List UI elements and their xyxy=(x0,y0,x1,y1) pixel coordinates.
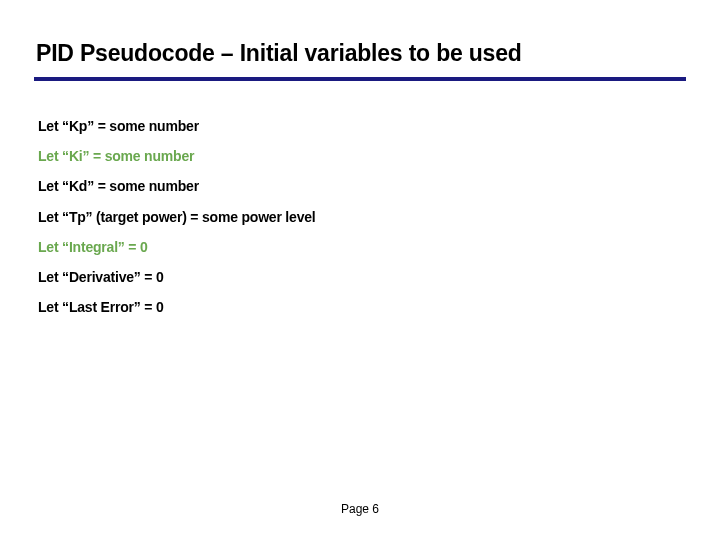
slide-title: PID Pseudocode – Initial variables to be… xyxy=(36,40,684,67)
content-block: Let “Kp” = some number Let “Ki” = some n… xyxy=(36,117,684,316)
code-line-kd: Let “Kd” = some number xyxy=(38,177,684,195)
code-line-ki: Let “Ki” = some number xyxy=(38,147,684,165)
code-line-last-error: Let “Last Error” = 0 xyxy=(38,298,684,316)
slide-container: PID Pseudocode – Initial variables to be… xyxy=(0,0,720,316)
code-line-derivative: Let “Derivative” = 0 xyxy=(38,268,684,286)
code-line-integral: Let “Integral” = 0 xyxy=(38,238,684,256)
code-line-tp: Let “Tp” (target power) = some power lev… xyxy=(38,208,684,226)
title-underline xyxy=(34,77,686,81)
code-line-kp: Let “Kp” = some number xyxy=(38,117,684,135)
page-number: Page 6 xyxy=(0,502,720,516)
